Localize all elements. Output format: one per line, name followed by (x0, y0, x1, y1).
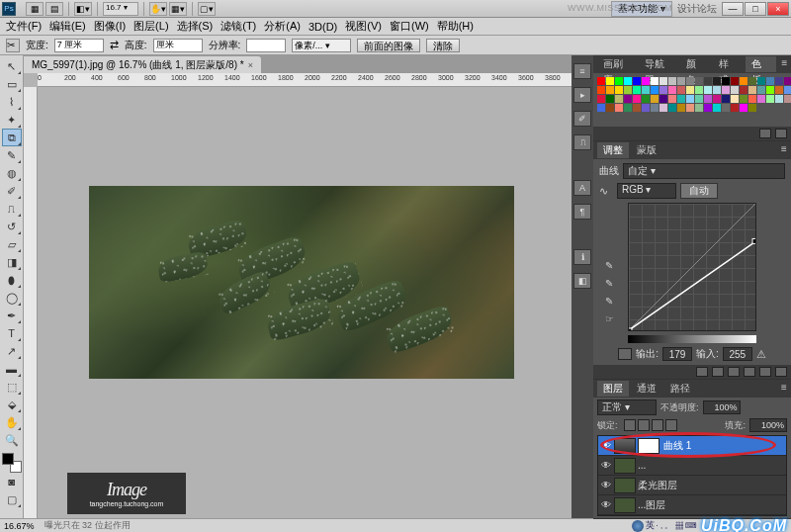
eraser-tool[interactable]: ▱ (2, 235, 22, 253)
lasso-tool[interactable]: ⌇ (2, 93, 22, 111)
swap-wh-icon[interactable]: ⇄ (110, 39, 119, 51)
swatch[interactable] (651, 104, 659, 112)
swatch-grid[interactable] (593, 73, 791, 127)
swatch[interactable] (713, 104, 721, 112)
clip-layer-icon[interactable] (712, 367, 724, 377)
swatch[interactable] (695, 95, 703, 103)
swatch[interactable] (624, 95, 632, 103)
hand-icon[interactable]: ✋▾ (149, 2, 167, 16)
swatch[interactable] (748, 77, 756, 85)
brush-tool[interactable]: ✐ (2, 182, 22, 200)
dodge-tool[interactable]: ◯ (2, 289, 22, 307)
swatch[interactable] (633, 95, 641, 103)
tab-navigator[interactable]: 导航器 (639, 56, 678, 72)
type-tool[interactable]: T (2, 324, 22, 342)
menu-file[interactable]: 文件(F) (6, 19, 42, 34)
swatch[interactable] (740, 86, 747, 94)
swatch[interactable] (659, 86, 667, 94)
swatch[interactable] (740, 95, 747, 103)
swatch[interactable] (784, 86, 791, 94)
swatch[interactable] (677, 86, 685, 94)
tab-swatches[interactable]: 色板 (746, 56, 776, 72)
healing-tool[interactable]: ◍ (2, 164, 22, 182)
swatch[interactable] (775, 95, 783, 103)
paragraph-panel-icon[interactable]: ¶ (573, 204, 591, 220)
gray-point-picker[interactable]: ✎ (605, 278, 619, 292)
stamp-tool[interactable]: ⎍ (2, 200, 22, 218)
menu-layer[interactable]: 图层(L) (133, 19, 168, 34)
swatch[interactable] (704, 77, 712, 85)
lock-transparent-icon[interactable] (624, 419, 636, 431)
resolution-input[interactable] (246, 39, 286, 52)
width-input[interactable] (54, 39, 104, 52)
swatch[interactable] (606, 77, 614, 85)
layer-name[interactable]: ...图层 (638, 498, 665, 512)
swatch[interactable] (651, 86, 659, 94)
mask-thumb[interactable] (638, 438, 659, 454)
minibridge-icon[interactable]: ▤ (45, 2, 63, 16)
swatch[interactable] (757, 95, 765, 103)
swatch[interactable] (713, 95, 721, 103)
swatch[interactable] (597, 77, 605, 85)
tab-paths[interactable]: 路径 (664, 381, 696, 397)
panel-menu-icon[interactable]: ≡ (778, 57, 791, 71)
tab-styles[interactable]: 样式 (713, 56, 744, 72)
zoom-level[interactable]: 16.67% (4, 521, 35, 531)
opacity-input[interactable] (703, 400, 741, 414)
swatch[interactable] (731, 104, 739, 112)
swatch[interactable] (757, 77, 765, 85)
layer-thumb[interactable] (614, 497, 636, 513)
3d-tool[interactable]: ⬚ (2, 378, 22, 396)
path-tool[interactable]: ↗ (2, 342, 22, 360)
layer-name[interactable]: 曲线 1 (663, 439, 691, 453)
swatch[interactable] (713, 86, 721, 94)
new-swatch-icon[interactable] (759, 129, 771, 138)
swatch[interactable] (748, 104, 756, 112)
3d-camera-tool[interactable]: ⬙ (2, 396, 22, 413)
swatch[interactable] (651, 95, 659, 103)
layers-panel-icon[interactable]: ◧ (573, 273, 591, 289)
visibility-icon[interactable]: 👁 (598, 440, 614, 451)
swatch[interactable] (633, 77, 641, 85)
swatch[interactable] (775, 77, 783, 85)
swatch[interactable] (633, 86, 641, 94)
tab-layers[interactable]: 图层 (597, 381, 629, 397)
bridge-icon[interactable]: ▦ (26, 2, 44, 16)
crop-tool-icon[interactable]: ✂ (6, 39, 20, 52)
menu-help[interactable]: 帮助(H) (437, 19, 474, 34)
swatch[interactable] (615, 104, 623, 112)
tab-masks[interactable]: 蒙版 (631, 142, 662, 158)
swatch[interactable] (757, 86, 765, 94)
menu-edit[interactable]: 编辑(E) (49, 19, 86, 34)
clear-button[interactable]: 清除 (426, 39, 460, 52)
eyedropper-tool[interactable]: ✎ (2, 146, 22, 164)
black-point-picker[interactable]: ✎ (605, 260, 619, 274)
zoom-tool[interactable]: 🔍 (2, 431, 22, 449)
swatch[interactable] (615, 95, 623, 103)
gradient-tool[interactable]: ◨ (2, 253, 22, 271)
shape-tool[interactable]: ▬ (2, 360, 22, 378)
swatch[interactable] (642, 104, 650, 112)
layer-item[interactable]: 👁 曲线 1 (598, 436, 786, 456)
layer-thumb[interactable] (614, 458, 636, 474)
visibility-icon[interactable]: 👁 (598, 480, 614, 490)
swatch[interactable] (695, 104, 703, 112)
curves-clip-icon[interactable] (618, 348, 632, 360)
white-point-picker[interactable]: ✎ (605, 296, 619, 310)
swatch[interactable] (695, 77, 703, 85)
info-panel-icon[interactable]: ℹ (573, 249, 591, 265)
swatch[interactable] (686, 95, 694, 103)
swatch[interactable] (606, 86, 614, 94)
character-panel-icon[interactable]: A (573, 180, 591, 196)
swatch[interactable] (606, 95, 614, 103)
swatch[interactable] (686, 77, 694, 85)
view-previous-icon[interactable] (744, 367, 755, 377)
target-adjust-icon[interactable]: ☞ (605, 313, 619, 327)
fg-color[interactable] (2, 453, 14, 465)
zoom-dropdown[interactable]: 16.7 ▾ (103, 2, 138, 16)
swatch[interactable] (659, 77, 667, 85)
menu-select[interactable]: 选择(S) (177, 19, 214, 34)
tab-color[interactable]: 颜色 (680, 56, 711, 72)
hand-tool[interactable]: ✋ (2, 413, 22, 431)
document-tab[interactable]: MG_5997(1).jpg @ 16.7% (曲线 1, 图层蒙版/8) *× (24, 56, 261, 73)
